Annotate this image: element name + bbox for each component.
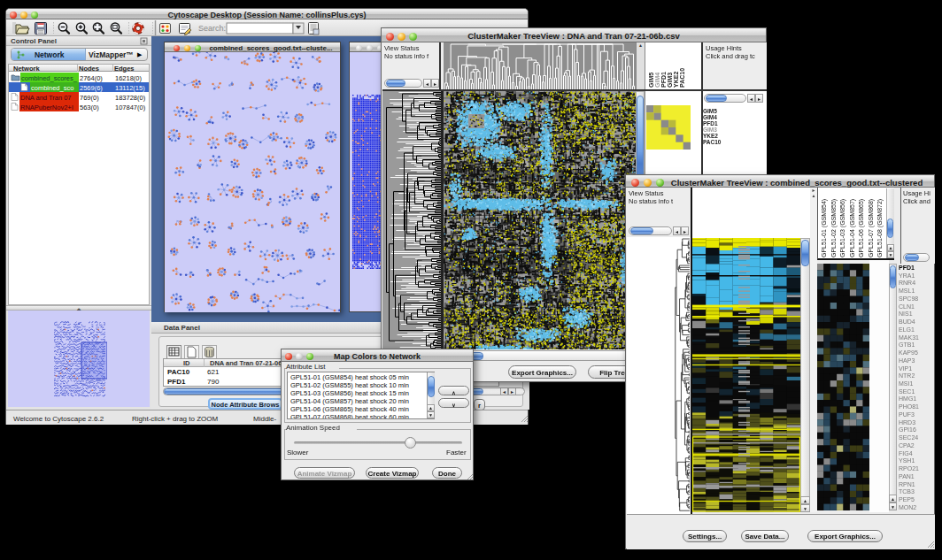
svg-text:Search:: Search: bbox=[198, 24, 226, 33]
